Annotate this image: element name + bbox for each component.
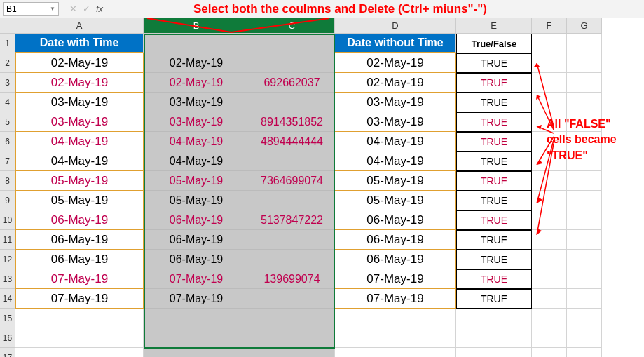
cell-G13[interactable] (567, 269, 602, 289)
row-header-1[interactable]: 1 (0, 34, 15, 53)
cell-E17[interactable] (456, 348, 532, 357)
cell-F2[interactable] (532, 53, 567, 73)
row-header-8[interactable]: 8 (0, 171, 15, 191)
cell-F3[interactable] (532, 73, 567, 93)
cell-A12[interactable]: 06-May-19 (15, 250, 144, 269)
cell-G12[interactable] (567, 250, 602, 269)
cell-B11[interactable]: 06-May-19 (144, 230, 249, 250)
cell-D13[interactable]: 07-May-19 (335, 269, 456, 289)
cell-C9[interactable] (249, 191, 335, 210)
cell-F14[interactable] (532, 289, 567, 309)
cell-D11[interactable]: 06-May-19 (335, 230, 456, 250)
fx-icon[interactable]: fx (96, 4, 107, 14)
cell-B17[interactable] (144, 348, 249, 357)
cell-A9[interactable]: 05-May-19 (15, 191, 144, 210)
cell-A3[interactable]: 02-May-19 (15, 73, 144, 93)
cell-G14[interactable] (567, 289, 602, 309)
cell-C6[interactable]: 4894444444 (249, 132, 335, 151)
cell-C15[interactable] (249, 309, 335, 328)
cell-D6[interactable]: 04-May-19 (335, 132, 456, 151)
cell-E15[interactable] (456, 309, 532, 328)
cell-C10[interactable]: 5137847222 (249, 210, 335, 230)
cell-D16[interactable] (335, 328, 456, 348)
cell-A8[interactable]: 05-May-19 (15, 171, 144, 191)
cell-E5[interactable]: TRUE (456, 112, 532, 132)
cell-A5[interactable]: 03-May-19 (15, 112, 144, 132)
cell-B6[interactable]: 04-May-19 (144, 132, 249, 151)
cell-F16[interactable] (532, 328, 567, 348)
cell-G8[interactable] (567, 171, 602, 191)
cell-A14[interactable]: 07-May-19 (15, 289, 144, 309)
cell-D14[interactable]: 07-May-19 (335, 289, 456, 309)
cell-B7[interactable]: 04-May-19 (144, 151, 249, 171)
cell-G10[interactable] (567, 210, 602, 230)
col-header-A[interactable]: A (15, 18, 144, 34)
cell-A16[interactable] (15, 328, 144, 348)
cell-A13[interactable]: 07-May-19 (15, 269, 144, 289)
spreadsheet-grid[interactable]: ABCDEFG1Date with TimeDate without TimeT… (0, 18, 644, 357)
row-header-11[interactable]: 11 (0, 230, 15, 250)
cell-G1[interactable] (567, 34, 602, 53)
cell-F4[interactable] (532, 93, 567, 112)
cell-B14[interactable]: 07-May-19 (144, 289, 249, 309)
cell-A7[interactable]: 04-May-19 (15, 151, 144, 171)
cell-B9[interactable]: 05-May-19 (144, 191, 249, 210)
cell-E2[interactable]: TRUE (456, 53, 532, 73)
cell-E7[interactable]: TRUE (456, 151, 532, 171)
cell-E1[interactable]: True/False (456, 34, 532, 53)
col-header-F[interactable]: F (532, 18, 567, 34)
row-header-3[interactable]: 3 (0, 73, 15, 93)
cell-B12[interactable]: 06-May-19 (144, 250, 249, 269)
cell-F10[interactable] (532, 210, 567, 230)
cell-C5[interactable]: 8914351852 (249, 112, 335, 132)
cell-A6[interactable]: 04-May-19 (15, 132, 144, 151)
cell-E11[interactable]: TRUE (456, 230, 532, 250)
cell-E14[interactable]: TRUE (456, 289, 532, 309)
cell-G3[interactable] (567, 73, 602, 93)
cell-E10[interactable]: TRUE (456, 210, 532, 230)
cell-G4[interactable] (567, 93, 602, 112)
row-header-15[interactable]: 15 (0, 309, 15, 328)
cell-B16[interactable] (144, 328, 249, 348)
cell-D12[interactable]: 06-May-19 (335, 250, 456, 269)
cell-C17[interactable] (249, 348, 335, 357)
cell-B3[interactable]: 02-May-19 (144, 73, 249, 93)
cell-C4[interactable] (249, 93, 335, 112)
cell-A2[interactable]: 02-May-19 (15, 53, 144, 73)
name-box[interactable]: B1 ▼ (3, 2, 59, 16)
cell-F12[interactable] (532, 250, 567, 269)
cell-F9[interactable] (532, 191, 567, 210)
cell-A17[interactable] (15, 348, 144, 357)
select-all-corner[interactable] (0, 18, 15, 34)
cell-D10[interactable]: 06-May-19 (335, 210, 456, 230)
cell-A10[interactable]: 06-May-19 (15, 210, 144, 230)
cell-B5[interactable]: 03-May-19 (144, 112, 249, 132)
cell-E8[interactable]: TRUE (456, 171, 532, 191)
cell-F13[interactable] (532, 269, 567, 289)
row-header-4[interactable]: 4 (0, 93, 15, 112)
cell-E12[interactable]: TRUE (456, 250, 532, 269)
cell-G11[interactable] (567, 230, 602, 250)
cell-E3[interactable]: TRUE (456, 73, 532, 93)
cell-D1[interactable]: Date without Time (335, 34, 456, 53)
cancel-icon[interactable]: ✕ (69, 4, 77, 14)
cell-G15[interactable] (567, 309, 602, 328)
cell-E9[interactable]: TRUE (456, 191, 532, 210)
cell-F17[interactable] (532, 348, 567, 357)
cell-D9[interactable]: 05-May-19 (335, 191, 456, 210)
cell-A4[interactable]: 03-May-19 (15, 93, 144, 112)
col-header-G[interactable]: G (567, 18, 602, 34)
cell-E16[interactable] (456, 328, 532, 348)
cell-G9[interactable] (567, 191, 602, 210)
dropdown-icon[interactable]: ▼ (50, 6, 55, 12)
cell-A1[interactable]: Date with Time (15, 34, 144, 53)
cell-D8[interactable]: 05-May-19 (335, 171, 456, 191)
cell-C16[interactable] (249, 328, 335, 348)
cell-C8[interactable]: 7364699074 (249, 171, 335, 191)
row-header-13[interactable]: 13 (0, 269, 15, 289)
cell-F8[interactable] (532, 171, 567, 191)
cell-C1[interactable] (249, 34, 335, 53)
cell-E13[interactable]: TRUE (456, 269, 532, 289)
col-header-C[interactable]: C (249, 18, 335, 34)
cell-D5[interactable]: 03-May-19 (335, 112, 456, 132)
